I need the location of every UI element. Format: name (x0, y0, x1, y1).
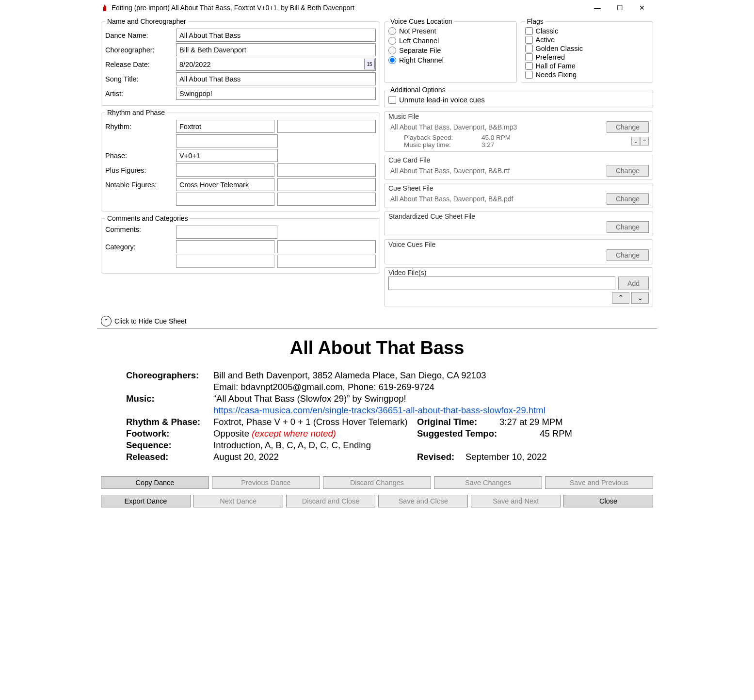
next-dance-button[interactable]: Next Dance (193, 495, 283, 507)
flag-classic[interactable]: Classic (525, 27, 583, 35)
flag-active[interactable]: Active (525, 36, 583, 44)
choreographer-input[interactable] (176, 43, 376, 56)
category-select-3[interactable] (176, 255, 274, 268)
sheet-choreo-value: Bill and Beth Davenport, 3852 Alameda Pl… (213, 370, 628, 381)
std-cue-change-button[interactable]: Change (607, 221, 649, 233)
flags-group: Flags Classic Active Golden Classic Pref… (521, 17, 654, 83)
artist-label: Artist: (105, 90, 173, 98)
save-and-next-button[interactable]: Save and Next (471, 495, 561, 507)
song-title-input[interactable] (176, 72, 376, 85)
song-title-label: Song Title: (105, 75, 173, 83)
unmute-checkbox[interactable]: Unmute lead-in voice cues (388, 96, 649, 104)
sheet-music-link[interactable]: https://casa-musica.com/en/single-tracks… (213, 405, 545, 415)
plus-figures-input-1[interactable] (176, 163, 274, 177)
category-select-2[interactable] (277, 240, 376, 253)
category-select-4[interactable] (277, 255, 376, 268)
close-button[interactable]: Close (563, 495, 653, 507)
cue-card-file-group: Cue Card File All About That Bass, Daven… (384, 155, 653, 180)
discard-changes-button[interactable]: Discard Changes (323, 476, 431, 489)
video-down-button[interactable]: ⌄ (631, 292, 649, 304)
sheet-released-value: August 20, 2022 (213, 452, 417, 462)
calendar-icon[interactable]: 15 (364, 59, 375, 69)
comments-categories-group: Comments and Categories Comments: Catego… (101, 214, 380, 274)
chevron-down-icon: ⌄ (631, 137, 640, 146)
rhythm-select-1[interactable]: Foxtrot (176, 120, 274, 133)
playback-speed-value: 45.0 RPM (481, 134, 511, 141)
minimize-button[interactable]: — (586, 1, 609, 15)
comments-textarea[interactable] (176, 226, 277, 239)
chevron-up-icon: ⌃ (101, 316, 112, 326)
music-file-name: All About That Bass, Davenport, B&B.mp3 (388, 123, 604, 131)
cue-sheet-file-group: Cue Sheet File All About That Bass, Dave… (384, 183, 653, 208)
rhythm-phase-group: Rhythm and Phase Rhythm:Foxtrot Phase: P… (101, 109, 380, 212)
close-window-button[interactable]: ✕ (631, 1, 653, 15)
voice-not-present[interactable]: Not Present (388, 27, 456, 35)
cue-sheet-preview: All About That Bass Choreographers:Bill … (97, 329, 657, 474)
music-change-button[interactable]: Change (607, 121, 649, 133)
app-icon (101, 4, 109, 12)
sheet-title: All About That Bass (126, 338, 628, 358)
video-up-button[interactable]: ⌃ (612, 292, 629, 304)
plus-figures-input-2[interactable] (277, 163, 376, 177)
save-changes-button[interactable]: Save Changes (434, 476, 542, 489)
window-title: Editing (pre-import) All About That Bass… (112, 4, 586, 12)
voice-cues-file-group: Voice Cues File Change (384, 239, 653, 264)
maximize-button[interactable]: ☐ (609, 1, 631, 15)
sheet-rhythm-label: Rhythm & Phase: (126, 417, 213, 427)
sheet-footwork-value: Opposite (except where noted) (213, 428, 417, 439)
category-select-1[interactable] (176, 240, 274, 253)
cue-card-change-button[interactable]: Change (607, 165, 649, 177)
save-and-previous-button[interactable]: Save and Previous (545, 476, 653, 489)
video-add-button[interactable]: Add (618, 277, 649, 290)
phase-label: Phase: (105, 152, 173, 160)
flag-needs-fixing[interactable]: Needs Fixing (525, 71, 583, 79)
rhythm-select-3[interactable] (176, 134, 278, 147)
playback-speed-label: Playback Speed: (404, 134, 481, 141)
voice-file-change-button[interactable]: Change (607, 249, 649, 261)
export-dance-button[interactable]: Export Dance (101, 495, 191, 507)
save-and-close-button[interactable]: Save and Close (378, 495, 468, 507)
sheet-footwork-label: Footwork: (126, 428, 213, 439)
voice-legend: Voice Cues Location (388, 17, 454, 25)
notable-figures-input-1[interactable] (176, 178, 274, 191)
plus-figures-label: Plus Figures: (105, 166, 173, 174)
notable-figures-input-4[interactable] (277, 193, 376, 206)
rhythm-select-2[interactable] (277, 120, 376, 133)
sheet-origtime-value: 3:27 at 29 MPM (499, 417, 592, 427)
release-date-label: Release Date: (105, 61, 173, 68)
notable-figures-input-2[interactable] (277, 178, 376, 191)
voice-file-legend: Voice Cues File (388, 241, 649, 248)
cue-sheet-toggle[interactable]: ⌃ Click to Hide Cue Sheet (97, 314, 657, 329)
music-file-legend: Music File (388, 113, 649, 120)
additional-options-group: Additional Options Unmute lead-in voice … (384, 86, 653, 108)
sheet-choreo-label: Choreographers: (126, 370, 213, 381)
voice-separate-file[interactable]: Separate File (388, 47, 456, 54)
std-cue-legend: Standardized Cue Sheet File (388, 212, 649, 220)
sheet-revised-label: Revised: (417, 452, 465, 462)
sheet-origtime-label: Original Time: (417, 417, 499, 427)
play-time-value: 3:27 (481, 141, 494, 148)
notable-figures-input-3[interactable] (176, 193, 274, 206)
dance-name-label: Dance Name: (105, 32, 173, 39)
sheet-released-label: Released: (126, 452, 213, 462)
dance-name-input[interactable] (176, 29, 376, 42)
flag-hall-of-fame[interactable]: Hall of Fame (525, 62, 583, 70)
video-file-input[interactable] (388, 277, 615, 290)
release-date-input[interactable] (176, 58, 376, 71)
copy-dance-button[interactable]: Copy Dance (101, 476, 209, 489)
discard-and-close-button[interactable]: Discard and Close (286, 495, 376, 507)
flag-golden-classic[interactable]: Golden Classic (525, 45, 583, 52)
cue-card-file-name: All About That Bass, Davenport, B&B.rtf (388, 167, 604, 175)
comments-group-legend: Comments and Categories (105, 214, 190, 222)
previous-dance-button[interactable]: Previous Dance (212, 476, 320, 489)
cue-sheet-change-button[interactable]: Change (607, 193, 649, 205)
voice-right-channel[interactable]: Right Channel (388, 56, 456, 64)
addl-legend: Additional Options (388, 86, 448, 94)
flag-preferred[interactable]: Preferred (525, 53, 583, 61)
artist-input[interactable] (176, 87, 376, 100)
voice-left-channel[interactable]: Left Channel (388, 37, 456, 45)
category-label: Category: (105, 243, 173, 251)
music-spinner[interactable]: ⌄⌃ (631, 137, 649, 146)
sheet-choreo-value2: Email: bdavnpt2005@gmail.com, Phone: 619… (213, 382, 628, 392)
phase-input[interactable] (176, 149, 278, 162)
